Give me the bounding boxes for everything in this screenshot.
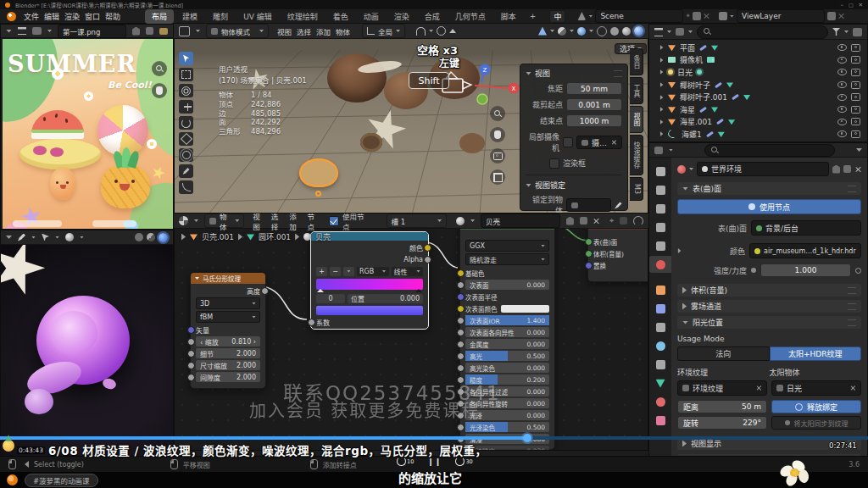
- properties-tab-object[interactable]: [649, 281, 671, 298]
- viewport-menu-视图[interactable]: 视图: [275, 26, 294, 36]
- new-collection-icon[interactable]: [853, 28, 862, 36]
- colorramp-node[interactable]: 颜色 Alpha + − RGB 线性 0 位置0.000 系数: [310, 231, 429, 330]
- proportional-icon[interactable]: [437, 26, 446, 36]
- falloff-icon[interactable]: [449, 29, 456, 33]
- cursor-chevron-icon[interactable]: [55, 236, 59, 239]
- sphere-icon[interactable]: [65, 233, 74, 241]
- npanel-tab-视图[interactable]: 视图: [630, 106, 643, 133]
- npanel-value-field[interactable]: 0.001 m: [566, 98, 622, 111]
- release-binding-button[interactable]: 释放绑定: [771, 400, 861, 413]
- local-camera-field[interactable]: 摄…: [576, 136, 622, 149]
- shading-solid-icon[interactable]: [135, 233, 143, 241]
- close-button[interactable]: ✕: [859, 2, 863, 8]
- tweak-tool-button[interactable]: [179, 52, 193, 65]
- mode-dropdown[interactable]: 物体模式: [206, 24, 269, 38]
- properties-options-chevron-icon[interactable]: [856, 148, 862, 152]
- npanel-value-field[interactable]: 1000 m: [566, 114, 622, 127]
- blender-app-icon[interactable]: [7, 12, 16, 21]
- video-playhead[interactable]: [523, 434, 531, 442]
- expand-icon[interactable]: [660, 107, 664, 112]
- remove-viewlayer-icon[interactable]: [838, 13, 845, 19]
- bsdf-distribution-dropdown[interactable]: GGX: [465, 240, 549, 252]
- fake-user-shield-icon[interactable]: [566, 217, 574, 225]
- filter-funnel-icon[interactable]: [832, 28, 840, 36]
- bsdf-row-光泽染色[interactable]: 光泽染色0.500: [465, 422, 549, 432]
- hide-viewport-icon[interactable]: [837, 130, 847, 137]
- hide-viewport-icon[interactable]: [837, 57, 847, 64]
- hide-viewport-icon[interactable]: [837, 119, 847, 125]
- annotate-tool-button[interactable]: [179, 164, 193, 178]
- add-workspace-button[interactable]: +: [525, 10, 542, 22]
- surface-panel-header[interactable]: 表(曲)面: [677, 182, 861, 195]
- outliner-row-日光[interactable]: 日光: [649, 66, 867, 79]
- ramp-color-swatch[interactable]: [316, 306, 423, 315]
- shell-object[interactable]: [327, 53, 387, 103]
- measure-tool-button[interactable]: [179, 180, 193, 194]
- outliner-row-海星.001[interactable]: 海星.001: [649, 116, 867, 129]
- shading-half-icon[interactable]: [147, 233, 155, 241]
- pen-chevron-icon[interactable]: [31, 236, 36, 239]
- properties-editor-icon[interactable]: [654, 147, 663, 154]
- menu-文件[interactable]: 文件: [21, 11, 42, 22]
- snail-shell-object[interactable]: [360, 133, 382, 152]
- zoom-gizmo-icon[interactable]: [152, 61, 167, 76]
- properties-tab-scene[interactable]: [649, 237, 671, 254]
- view-lock-title[interactable]: 视图锁定: [535, 180, 565, 191]
- bsdf-row-次表面各向异性[interactable]: 次表面各向异性0.000: [465, 327, 549, 337]
- ortho-grid-icon[interactable]: [490, 169, 505, 185]
- fake-user-shield-icon[interactable]: [132, 27, 140, 36]
- shading-render-icon[interactable]: [159, 233, 168, 242]
- cursor-icon[interactable]: [42, 234, 49, 241]
- xray-toggle-icon[interactable]: [577, 27, 586, 36]
- ramp-options-button[interactable]: [343, 267, 354, 276]
- shading-wireframe-icon[interactable]: [597, 26, 607, 36]
- cursor-tool-button[interactable]: [179, 84, 193, 97]
- musgrave-row[interactable]: ‹ 缩放0.810 ›: [196, 336, 260, 347]
- env-texture-field[interactable]: 环境纹理: [677, 380, 767, 396]
- pause-button[interactable]: ❙❙: [427, 458, 442, 466]
- zoom-icon[interactable]: [490, 106, 505, 121]
- unlink-material-icon[interactable]: [593, 218, 600, 225]
- workspace-tab-UV 编辑[interactable]: UV 编辑: [236, 9, 279, 24]
- disable-render-icon[interactable]: [851, 130, 860, 138]
- properties-tab-world[interactable]: [649, 256, 671, 273]
- properties-tab-data[interactable]: [649, 374, 671, 391]
- ramp-colormode-dropdown[interactable]: RGB: [357, 267, 389, 276]
- npanel-tab-工具[interactable]: 工具: [630, 77, 643, 104]
- disable-render-icon[interactable]: [851, 56, 860, 64]
- copy-world-icon[interactable]: [843, 165, 851, 173]
- view-panel-title[interactable]: 视图: [535, 68, 550, 79]
- mode-sun-hdr-button[interactable]: 太阳+HDR纹理: [770, 347, 862, 361]
- properties-tab-modifier[interactable]: [649, 300, 671, 317]
- shader-editor-icon[interactable]: [179, 216, 188, 225]
- hide-viewport-icon[interactable]: [837, 44, 847, 51]
- material-output-node[interactable]: 表(曲)面 体积(音量) 置换: [587, 221, 648, 282]
- mode-normal-button[interactable]: 法向: [677, 347, 770, 361]
- outliner-row-椰树叶子[interactable]: 椰树叶子: [649, 79, 867, 92]
- properties-tab-particles[interactable]: [649, 319, 671, 336]
- workspace-tab-渲染[interactable]: 渲染: [387, 9, 416, 24]
- expand-icon[interactable]: [660, 58, 664, 63]
- image-name-field[interactable]: 第一课.png: [58, 25, 126, 38]
- workspace-tab-合成[interactable]: 合成: [418, 9, 447, 24]
- shader-menu-选择[interactable]: 选择: [269, 211, 287, 231]
- rotate-tool-button[interactable]: [179, 116, 193, 130]
- folder-icon[interactable]: [159, 28, 168, 35]
- workspace-tab-脚本[interactable]: 脚本: [494, 9, 523, 24]
- npanel-tab-快速缓存[interactable]: 快速缓存: [630, 135, 643, 175]
- sun-object-field[interactable]: 日光: [771, 380, 861, 396]
- origin-gizmo-icon[interactable]: [315, 191, 321, 197]
- menu-渲染[interactable]: 渲染: [62, 11, 82, 22]
- distance-slider[interactable]: 距离50 m: [677, 400, 767, 413]
- hide-viewport-icon[interactable]: [837, 69, 847, 75]
- parent-node-tree-icon[interactable]: [620, 217, 627, 225]
- rewind-10-button[interactable]: 10: [397, 457, 414, 466]
- ramp-position-slider[interactable]: 位置0.000: [348, 294, 423, 303]
- shading-material-icon[interactable]: [622, 27, 631, 36]
- shader-menu-视图[interactable]: 视图: [250, 211, 268, 231]
- outliner-row-海螺1[interactable]: 海螺1: [649, 128, 867, 141]
- maximize-button[interactable]: ▢: [849, 2, 854, 8]
- pan-hand-icon[interactable]: [490, 127, 505, 142]
- editor-type-icon[interactable]: [179, 26, 190, 36]
- properties-tab-tool[interactable]: [649, 163, 671, 180]
